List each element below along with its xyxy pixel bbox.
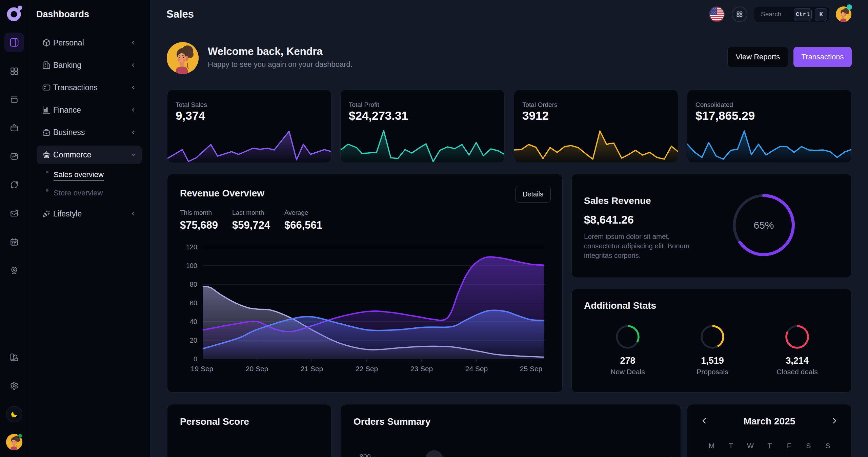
svg-text:60: 60 — [190, 299, 197, 307]
svg-text:120: 120 — [186, 243, 197, 251]
svg-text:65%: 65% — [753, 220, 774, 231]
svg-text:23 Sep: 23 Sep — [410, 365, 433, 373]
svg-text:80: 80 — [190, 281, 197, 288]
svg-text:24 Sep: 24 Sep — [465, 365, 488, 373]
svg-text:22 Sep: 22 Sep — [356, 365, 378, 373]
svg-text:25 Sep: 25 Sep — [520, 365, 543, 373]
svg-text:0: 0 — [194, 355, 197, 363]
svg-text:19 Sep: 19 Sep — [191, 365, 214, 373]
svg-text:21 Sep: 21 Sep — [301, 365, 323, 373]
svg-text:20: 20 — [190, 337, 197, 344]
svg-text:100: 100 — [186, 262, 197, 269]
svg-text:20 Sep: 20 Sep — [246, 365, 268, 373]
svg-text:40: 40 — [190, 318, 197, 325]
